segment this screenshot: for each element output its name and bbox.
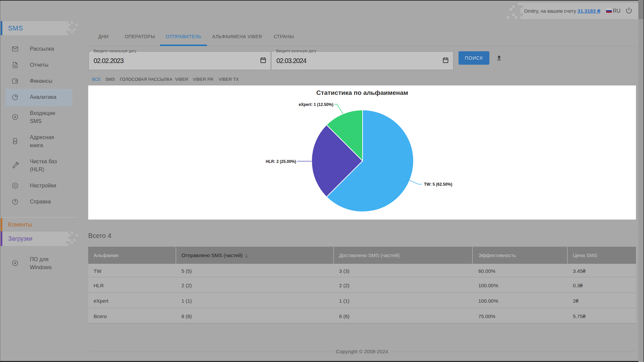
svg-text:TW: 5 (62.50%): TW: 5 (62.50%) — [424, 182, 452, 187]
svg-text:Статистика по альфаименам: Статистика по альфаименам — [316, 89, 408, 96]
svg-text:HLR: 2 (25.00%): HLR: 2 (25.00%) — [266, 159, 296, 164]
svg-text:eXpert: 1 (12.50%): eXpert: 1 (12.50%) — [299, 102, 333, 107]
